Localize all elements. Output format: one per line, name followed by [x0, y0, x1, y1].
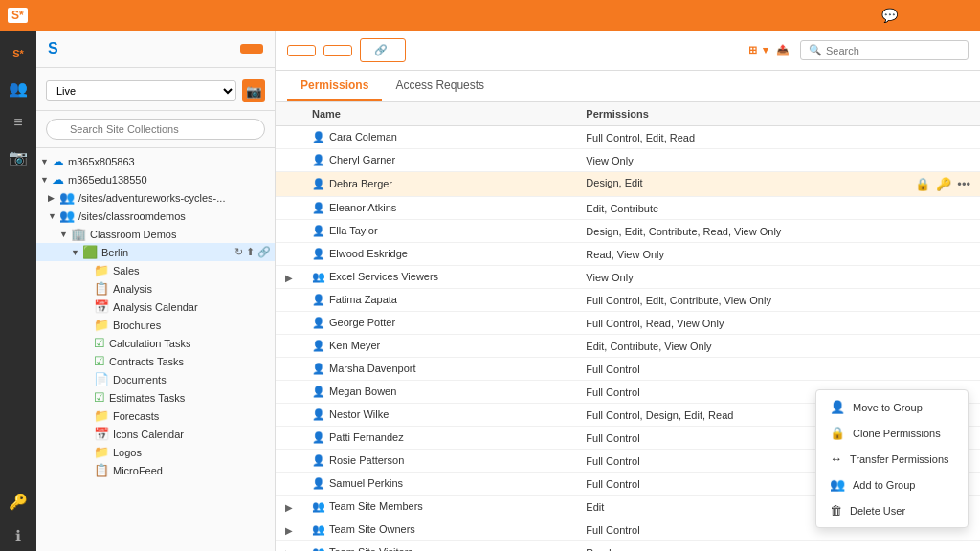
permissions-cell: View Only	[576, 266, 980, 289]
name-cell: 👤Eleanor Atkins	[302, 197, 576, 220]
snapshot-camera-button[interactable]: 📷	[242, 79, 265, 102]
tree-item-label: m365x805863	[68, 156, 135, 167]
grant-permissions-button[interactable]	[323, 45, 352, 56]
expand-cell	[276, 289, 302, 312]
tree-item-label: Contracts Tasks	[109, 356, 184, 367]
tree: ▼☁m365x805863▼☁m365edu138550▶👥/sites/adv…	[36, 148, 275, 551]
tree-item-estimates-tasks[interactable]: ☑Estimates Tasks	[36, 388, 275, 407]
tree-item-logos[interactable]: 📁Logos	[36, 443, 275, 461]
tree-item-label: MicroFeed	[113, 465, 163, 476]
table-row[interactable]: 👤Eleanor Atkins Edit, Contribute	[276, 197, 980, 220]
app-layout: S* 👥 ≡ 📷 🔑 ℹ S Live 📷	[0, 31, 980, 551]
name-label: Excel Services Viewers	[329, 271, 438, 282]
tree-item-analysis-calendar[interactable]: 📅Analysis Calendar	[36, 298, 275, 316]
expand-arrow[interactable]: ▶	[285, 273, 293, 283]
rail-logo: S*	[3, 38, 33, 69]
tab-access-requests[interactable]: Access Requests	[382, 71, 498, 101]
minimize-button[interactable]	[915, 13, 926, 17]
tree-item-icons-calendar[interactable]: 📅Icons Calendar	[36, 425, 275, 443]
tree-item-label: Analysis Calendar	[113, 301, 198, 313]
tree-type-icon: 📁	[94, 408, 109, 423]
table-row[interactable]: 👤Cara Coleman Full Control, Edit, Read	[276, 126, 980, 149]
table-row[interactable]: 👤Cheryl Garner View Only	[276, 149, 980, 172]
link-action[interactable]: 🔗	[257, 246, 271, 258]
context-menu-item-transfer-permissions[interactable]: ↔Transfer Permissions	[816, 446, 968, 472]
create-group-button[interactable]	[287, 45, 316, 56]
expand-arrow[interactable]: ▶	[285, 525, 293, 536]
table-row[interactable]: 👤George Potter Full Control, Read, View …	[276, 312, 980, 335]
main-search-input[interactable]	[826, 45, 960, 56]
lock-icon[interactable]: 🔒	[915, 177, 930, 191]
tree-item-classroomdemos[interactable]: ▼👥/sites/classroomdemos	[36, 207, 275, 225]
tab-permissions[interactable]: Permissions	[287, 71, 382, 101]
restore-inheritance-button[interactable]: 🔗	[360, 38, 406, 62]
tree-item-analysis[interactable]: 📋Analysis	[36, 279, 275, 298]
tree-item-classroom-demos[interactable]: ▼🏢Classroom Demos	[36, 225, 275, 243]
sidebar: S Live 📷 ▼☁m365x805863▼☁m365edu138550▶👥/…	[36, 31, 276, 551]
tree-item-label: /sites/adventureworks-cycles-...	[78, 192, 225, 204]
group-icon: 👥	[312, 271, 325, 282]
export-button[interactable]: 📤	[776, 44, 792, 56]
maximize-button[interactable]	[938, 13, 949, 17]
permissions-cell: View Only	[576, 149, 980, 172]
context-menu-item-add-to-group[interactable]: 👥Add to Group	[816, 472, 968, 497]
tree-item-documents[interactable]: 📄Documents	[36, 370, 275, 388]
tree-type-icon: 📋	[94, 281, 109, 296]
table-row[interactable]: 👤Ella Taylor Design, Edit, Contribute, R…	[276, 220, 980, 243]
expand-cell	[276, 197, 302, 220]
tree-item-label: Classroom Demos	[90, 229, 176, 240]
table-row[interactable]: 👤Elwood Eskridge Read, View Only	[276, 243, 980, 266]
expand-arrow[interactable]: ▶	[285, 548, 293, 552]
refresh-action[interactable]: ↻	[234, 246, 243, 258]
compare-button[interactable]: ⊞ ▾	[748, 44, 768, 56]
close-button[interactable]	[961, 13, 972, 17]
lock2-icon[interactable]: 🔑	[936, 177, 951, 191]
connect-button[interactable]	[240, 44, 263, 54]
table-row[interactable]: 👤Debra Berger Design, Edit 🔒 🔑 •••	[276, 172, 980, 197]
cm-icon-clone-permissions: 🔒	[830, 426, 845, 440]
tree-item-adventureworks[interactable]: ▶👥/sites/adventureworks-cycles-...	[36, 188, 275, 207]
table-row[interactable]: ▶ 👥Team Site Visitors Read	[276, 541, 980, 552]
rail-info-icon[interactable]: ℹ	[3, 520, 33, 551]
user-icon: 👤	[312, 154, 325, 165]
permissions-cell: Full Control, Edit, Contribute, View Onl…	[576, 289, 980, 312]
tree-item-brochures[interactable]: 📁Brochures	[36, 316, 275, 334]
table-row[interactable]: ▶ 👥Excel Services Viewers View Only	[276, 266, 980, 289]
expand-cell	[276, 427, 302, 450]
icon-rail: S* 👥 ≡ 📷 🔑 ℹ	[0, 31, 36, 551]
tree-item-microfeed[interactable]: 📋MicroFeed	[36, 461, 275, 479]
chat-button[interactable]: 💬	[876, 6, 903, 25]
group-icon: 👥	[312, 500, 325, 512]
tree-item-m365edu138550[interactable]: ▼☁m365edu138550	[36, 170, 275, 188]
tree-item-calculation-tasks[interactable]: ☑Calculation Tasks	[36, 334, 275, 352]
expand-arrow[interactable]: ▶	[285, 502, 293, 513]
name-cell: 👤Nestor Wilke	[302, 404, 576, 427]
more-icon[interactable]: •••	[957, 177, 970, 191]
context-menu-item-move-to-group[interactable]: 👤Move to Group	[816, 394, 968, 420]
context-menu-item-delete-user[interactable]: 🗑Delete User	[816, 497, 968, 523]
table-row[interactable]: 👤Marsha Davenport Full Control	[276, 358, 980, 381]
table-row[interactable]: 👤Ken Meyer Edit, Contribute, View Only	[276, 335, 980, 358]
tree-item-contracts-tasks[interactable]: ☑Contracts Tasks	[36, 352, 275, 370]
toolbar: 🔗 ⊞ ▾ 📤 🔍	[276, 31, 980, 71]
tree-item-forecasts[interactable]: 📁Forecasts	[36, 407, 275, 425]
rail-users-icon[interactable]: 👥	[3, 73, 33, 103]
app-title: S*	[8, 8, 33, 23]
cm-label-transfer-permissions: Transfer Permissions	[850, 453, 949, 465]
rail-list-icon[interactable]: ≡	[3, 107, 33, 138]
cm-label-delete-user: Delete User	[850, 505, 905, 517]
tree-item-m365x805863[interactable]: ▼☁m365x805863	[36, 152, 275, 170]
permissions-cell: Edit, Contribute	[576, 197, 980, 220]
rail-key-icon[interactable]: 🔑	[3, 486, 33, 517]
table-row[interactable]: 👤Fatima Zapata Full Control, Edit, Contr…	[276, 289, 980, 312]
upload-action[interactable]: ⬆	[246, 246, 255, 258]
site-collections-search[interactable]	[46, 119, 265, 140]
context-menu-item-clone-permissions[interactable]: 🔒Clone Permissions	[816, 420, 968, 446]
tree-type-icon: ☑	[94, 336, 105, 350]
tree-item-berlin[interactable]: ▼🟩Berlin ↻ ⬆ 🔗	[36, 243, 275, 261]
tree-item-sales[interactable]: 📁Sales	[36, 261, 275, 279]
expand-cell: ▶	[276, 541, 302, 552]
tree-item-label: Berlin	[101, 247, 128, 258]
rail-camera-icon[interactable]: 📷	[3, 142, 33, 172]
snapshot-select[interactable]: Live	[46, 80, 236, 101]
